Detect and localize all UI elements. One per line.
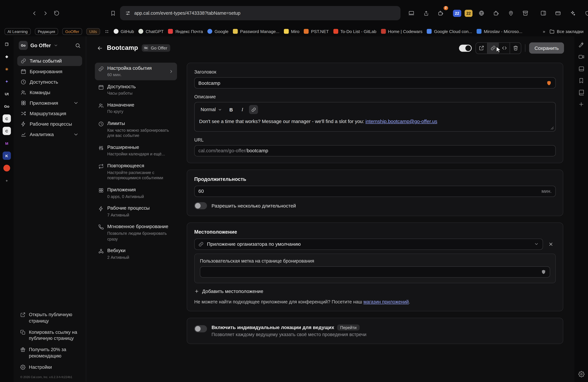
tab-limits[interactable]: ЛимитыКак часто можно забронировать для …: [95, 118, 177, 141]
sidebar-item-routing[interactable]: Маршрутизация: [17, 108, 82, 119]
bookmark-item[interactable]: Яндекс Почта: [168, 29, 203, 34]
bookmark-chip[interactable]: GoOffer: [62, 28, 82, 35]
remove-location-button[interactable]: [546, 239, 556, 249]
workspace-icon[interactable]: [3, 165, 10, 171]
referral-button[interactable]: Получить 20% за рекомендацию: [17, 344, 82, 361]
workspace-icon[interactable]: ✳: [3, 65, 11, 73]
bookmark-item[interactable]: PST.NET: [304, 29, 329, 34]
sidebar-toggle-icon[interactable]: [538, 7, 549, 19]
sidebar-item-teams[interactable]: Команды: [17, 87, 82, 98]
password-manager-shield-icon[interactable]: [541, 269, 546, 275]
workspace-icon[interactable]: Go: [3, 102, 11, 110]
bookmark-chip[interactable]: AI Learning: [5, 28, 31, 35]
event-visibility-toggle[interactable]: [459, 44, 472, 52]
bookmarks-overflow-chevron[interactable]: »: [543, 29, 545, 34]
tab-event-setup[interactable]: Настройка события60 мин.: [95, 63, 177, 80]
duration-input[interactable]: 60 мин.: [194, 186, 556, 197]
puzzle-icon[interactable]: [491, 7, 502, 19]
title-input[interactable]: Bootcamp: [194, 77, 556, 88]
bookmark-item[interactable]: Google Cloud con...: [427, 29, 472, 34]
tab-advanced[interactable]: РасширенныеНастройки календаря и ещё...: [95, 142, 177, 159]
custom-label-input[interactable]: [200, 266, 550, 277]
individual-locations-toggle[interactable]: [194, 325, 207, 332]
sparkles-icon[interactable]: [567, 7, 578, 19]
app-store-link[interactable]: магазин приложений: [363, 299, 409, 305]
team-name[interactable]: Go Offer: [30, 43, 51, 48]
workspace-icon[interactable]: M: [3, 139, 11, 148]
back-button[interactable]: [97, 45, 103, 51]
site-settings-icon[interactable]: [125, 10, 130, 16]
email-link[interactable]: internship.bootcamp@go-offer.us: [365, 119, 437, 124]
bookmark-icon[interactable]: [578, 78, 584, 84]
bookmark-chip[interactable]: Редакция: [35, 28, 58, 35]
description-editor[interactable]: Normal B I Don't see a time that works? …: [194, 102, 556, 131]
description-text[interactable]: Don't see a time that works? Message our…: [195, 115, 555, 131]
text-style-select[interactable]: Normal: [198, 106, 224, 113]
bookmark-item[interactable]: Miroslav - Microso...: [477, 29, 522, 34]
location-select[interactable]: Приложение организатора по умолчанию: [194, 238, 543, 250]
copy-public-link-button[interactable]: Копировать ссылку на публичную страницу: [17, 327, 82, 344]
book-icon[interactable]: [578, 89, 584, 96]
sidebar-item-bookings[interactable]: Бронирования: [17, 66, 82, 76]
browser-forward-button[interactable]: [40, 7, 51, 19]
open-public-page-button[interactable]: Открыть публичную страницу: [17, 310, 82, 326]
settings-gear-icon[interactable]: [578, 371, 584, 377]
bookmark-item[interactable]: Password Manage...: [233, 29, 279, 34]
tab-workflows[interactable]: Рабочие процессы7 Активный: [95, 203, 177, 220]
bookmark-item[interactable]: Home | Codewars: [381, 29, 422, 34]
search-button[interactable]: [75, 43, 81, 48]
tab-webhooks[interactable]: Вебхуки2 Активный: [95, 245, 177, 263]
workspace-icon[interactable]: ❐: [3, 40, 11, 48]
add-panel-icon[interactable]: [578, 101, 584, 107]
wallet-icon[interactable]: [553, 7, 564, 19]
tab-counter-chip[interactable]: 22: [453, 10, 461, 17]
share-icon[interactable]: [420, 7, 432, 19]
extension-icon[interactable]: 2: [435, 7, 446, 19]
sidebar-item-apps[interactable]: Приложения: [17, 98, 82, 108]
insert-link-button[interactable]: [249, 105, 258, 114]
resize-handle[interactable]: [550, 126, 554, 130]
browser-back-button[interactable]: [28, 7, 40, 19]
save-button[interactable]: Сохранить: [529, 42, 564, 54]
tab-counter-chip[interactable]: 22: [464, 10, 473, 17]
address-bar[interactable]: app.cal.com/event-types/4743338?tabName=…: [120, 6, 400, 20]
sidebar-item-event-types[interactable]: Типы событий: [17, 56, 82, 66]
password-manager-shield-icon[interactable]: [546, 80, 552, 85]
workspace-icon[interactable]: C: [3, 114, 11, 123]
workspace-icon[interactable]: K: [3, 152, 11, 160]
preview-button[interactable]: [476, 43, 487, 54]
tab-instant-booking[interactable]: Мгновенное бронированиеПозвольте людям б…: [95, 221, 177, 244]
bookmark-chip[interactable]: Utils: [86, 28, 100, 35]
add-workspace-button[interactable]: +: [3, 176, 11, 185]
settings-button[interactable]: Настройки: [17, 362, 82, 373]
globe-icon[interactable]: [476, 7, 487, 19]
add-location-button[interactable]: Добавить местоположение: [194, 288, 556, 294]
team-badge[interactable]: Go Go Offer: [142, 44, 170, 52]
tab-availability[interactable]: ДоступностьЧасы работы: [95, 81, 177, 99]
delete-button[interactable]: [510, 43, 521, 54]
apps-grid-icon[interactable]: [104, 29, 109, 34]
workspace-icon[interactable]: ❖: [3, 52, 11, 61]
workspace-icon[interactable]: C: [3, 127, 11, 135]
bookmark-item[interactable]: GitHub: [113, 29, 134, 34]
sidebar-item-insights[interactable]: Аналитика: [17, 129, 82, 140]
shield-icon[interactable]: [582, 7, 588, 19]
go-to-badge[interactable]: Перейти: [337, 324, 359, 331]
workspace-icon[interactable]: Ut: [3, 90, 11, 98]
wand-icon[interactable]: [578, 42, 584, 48]
tab-assignment[interactable]: НазначениеПо кругу: [95, 100, 177, 117]
bookmark-item[interactable]: Miro: [284, 29, 299, 34]
tab-apps[interactable]: Приложения0 apps, 0 Активный: [95, 184, 177, 202]
archive-icon[interactable]: [520, 7, 531, 19]
screen-share-icon[interactable]: [406, 7, 417, 19]
tab-recurring[interactable]: ПовторяющеесяНастройте расписание с повт…: [95, 160, 177, 184]
sidebar-item-workflows[interactable]: Рабочие процессы: [17, 119, 82, 129]
reload-button[interactable]: [51, 7, 62, 19]
panel-icon[interactable]: [578, 66, 584, 72]
video-icon[interactable]: [578, 54, 584, 60]
bookmark-item[interactable]: ChatGPT: [139, 29, 164, 34]
sidebar-item-availability[interactable]: Доступность: [17, 77, 82, 87]
chevron-down-icon[interactable]: [54, 43, 58, 48]
bookmark-flag-icon[interactable]: [107, 7, 119, 19]
team-logo[interactable]: Go: [19, 41, 28, 50]
